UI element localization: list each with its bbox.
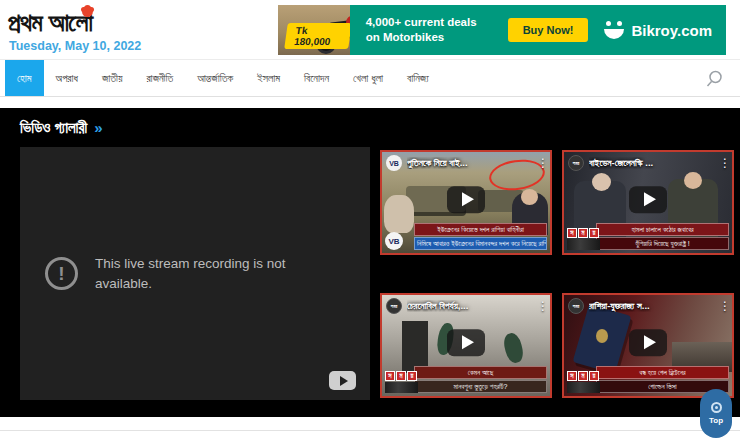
search-icon[interactable] — [704, 69, 724, 89]
sun-icon — [82, 6, 93, 17]
video-title: বাইডেন-জেলেনস্কি ... — [589, 157, 714, 169]
video-gallery-link[interactable]: ভিডিও গ্যালারী » — [20, 119, 103, 137]
video-title: চেরনোবিল বিপর্যয়,... — [407, 300, 532, 312]
buy-now-button[interactable]: Buy Now! — [508, 18, 589, 42]
ad-content: 4,000+ current deals on Motorbikes Buy N… — [350, 5, 726, 55]
play-icon — [340, 376, 348, 386]
price-badge: Tk 180,000 — [284, 23, 349, 49]
more-options-icon[interactable]: ⋮ — [537, 156, 547, 170]
site-logo[interactable]: প্রথম আলো — [8, 10, 93, 35]
nav-item-sports[interactable]: খেলা ধুলা — [341, 60, 395, 96]
channel-logo-somoy: স ম য় — [567, 228, 600, 250]
more-options-icon[interactable]: ⋮ — [719, 299, 729, 313]
video-gallery-section: ভিডিও গ্যালারী » ! This live stream reco… — [0, 108, 740, 417]
video-player[interactable]: ! This live stream recording is not avai… — [20, 147, 370, 400]
youtube-logo-button[interactable] — [329, 371, 356, 390]
video-title: পুতিনকে নিয়ে বাই... — [407, 157, 532, 169]
section-title: ভিডিও গ্যালারী — [20, 119, 87, 137]
ad-headline: 4,000+ current deals on Motorbikes — [366, 15, 494, 45]
somoy-map-graphic — [567, 382, 600, 393]
video-captions: কেমন আছে মানবশূন্য ভুতুড়ে শহরটি? — [414, 366, 547, 393]
video-thumbnail-uk-visa[interactable]: সময় রাশিয়া-যুক্তরাজ্য স... ⋮ স ম য় বন… — [562, 293, 734, 398]
video-thumbnail-putin[interactable]: VB পুতিনকে নিয়ে বাই... ⋮ VB ইউক্রেনের ক… — [380, 150, 552, 255]
channel-avatar[interactable]: সময় — [568, 155, 584, 171]
chevron-right-icon: » — [94, 119, 102, 136]
bikroy-smiley-icon — [604, 20, 625, 40]
nav-item-entertainment[interactable]: বিনোদন — [292, 60, 341, 96]
video-thumbnail-grid: VB পুতিনকে নিয়ে বাই... ⋮ VB ইউক্রেনের ক… — [380, 150, 734, 398]
bikroy-brand-name: Bikroy.com — [631, 22, 712, 39]
header: প্রথম আলো Tuesday, May 10, 2022 Tk 180,0… — [0, 0, 740, 59]
page: প্রথম আলো Tuesday, May 10, 2022 Tk 180,0… — [0, 0, 740, 440]
ad-headline-line2: on Motorbikes — [366, 30, 494, 45]
caption-line-1: ইউক্রেনের কিয়েভে দখল রাশিয়া বাহিনীরা — [414, 223, 547, 236]
video-captions: বন্ধ হয়ে গেল ব্রিটেনের গোল্ডেন ভিসা — [596, 366, 729, 393]
play-button[interactable] — [447, 329, 485, 356]
video-title: রাশিয়া-যুক্তরাজ্য স... — [589, 300, 714, 312]
channel-avatar[interactable]: সময় — [568, 298, 584, 314]
caption-line-2: হুঁশিয়ারি দিয়েছে যুক্তরাষ্ট্র ! — [596, 237, 729, 250]
nav-item-crime[interactable]: অপরাধ — [44, 60, 90, 96]
video-thumbnail-chernobyl[interactable]: সময় চেরনোবিল বিপর্যয়,... ⋮ স ম য় কেমন… — [380, 293, 552, 398]
alert-icon: ! — [45, 257, 78, 290]
somoy-map-graphic — [385, 382, 418, 393]
video-captions: ইউক্রেনের কিয়েভে দখল রাশিয়া বাহিনীরা ন… — [414, 223, 547, 250]
caption-line-2: মানবশূন্য ভুতুড়ে শহরটি? — [414, 380, 547, 393]
somoy-map-graphic — [567, 239, 600, 250]
nav-item-business[interactable]: বানিজ্য — [395, 60, 441, 96]
video-captions: হামলা চালালে কঠোর জবাবের হুঁশিয়ারি দিয়… — [596, 223, 729, 250]
scroll-top-icon — [711, 402, 722, 413]
more-options-icon[interactable]: ⋮ — [719, 156, 729, 170]
nav-item-islam[interactable]: ইসলাম — [245, 60, 292, 96]
unavailable-text: This live stream recording is not availa… — [95, 254, 313, 293]
current-date: Tuesday, May 10, 2022 — [9, 39, 141, 53]
main-navigation: হোম অপরাধ জাতীয় রাজনীতি আন্তর্জাতিক ইসল… — [0, 59, 740, 97]
site-logo-text: প্রথম আলো — [8, 10, 93, 35]
channel-avatar[interactable]: VB — [386, 155, 402, 171]
ad-motorbike-image: Tk 180,000 — [278, 5, 350, 55]
play-button[interactable] — [447, 186, 485, 213]
play-button[interactable] — [629, 329, 667, 356]
nav-item-politics[interactable]: রাজনীতি — [134, 60, 185, 96]
nav-item-home[interactable]: হোম — [5, 60, 44, 96]
nav-item-national[interactable]: জাতীয় — [90, 60, 134, 96]
bikroy-logo[interactable]: Bikroy.com — [604, 20, 712, 40]
channel-avatar[interactable]: সময় — [386, 298, 402, 314]
ad-banner[interactable]: Tk 180,000 4,000+ current deals on Motor… — [278, 5, 726, 55]
video-thumbnail-biden-zelensky[interactable]: সময় বাইডেন-জেলেনস্কি ... ⋮ স ম য় হামলা… — [562, 150, 734, 255]
caption-line-1: হামলা চালালে কঠোর জবাবের — [596, 223, 729, 236]
channel-logo-somoy: স ম য় — [385, 371, 418, 393]
ad-headline-line1: 4,000+ current deals — [366, 15, 494, 30]
channel-logo-vb: VB — [385, 232, 403, 250]
scroll-top-label: Top — [709, 416, 723, 425]
play-button[interactable] — [629, 186, 667, 213]
divider — [0, 430, 740, 431]
nav-item-international[interactable]: আন্তর্জাতিক — [185, 60, 245, 96]
caption-line-1: বন্ধ হয়ে গেল ব্রিটেনের — [596, 366, 729, 379]
caption-line-2: নিমিষে আবারও ইউক্রেনের বিমানবন্দর দখল কর… — [414, 237, 547, 250]
channel-logo-somoy: স ম য় — [567, 371, 600, 393]
player-unavailable-message: ! This live stream recording is not avai… — [20, 147, 370, 400]
more-options-icon[interactable]: ⋮ — [537, 299, 547, 313]
scroll-to-top-button[interactable]: Top — [700, 389, 732, 438]
caption-line-1: কেমন আছে — [414, 366, 547, 379]
